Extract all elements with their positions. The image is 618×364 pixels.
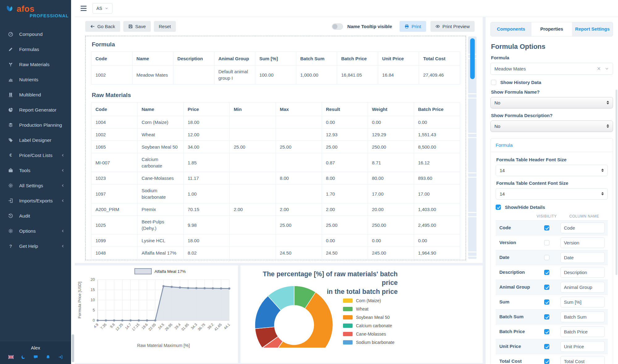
logout-icon[interactable] [58,355,63,359]
go-back-button[interactable]: Go Back [85,21,120,32]
print-area-scrollbar-thumb[interactable] [470,38,475,79]
field-label: Version [497,240,533,246]
svg-text:€: € [10,153,12,158]
tab-components[interactable]: Components [491,22,531,36]
sidebar-item-raw-materials[interactable]: Raw Materials [0,57,71,72]
sidebar-item-all-settings[interactable]: All Settings [0,178,71,193]
header-font-size-input[interactable]: 14 [496,165,608,176]
sidebar-item-imports-exports[interactable]: Imports/Exports [0,193,71,208]
sidebar-item-audit[interactable]: Audit [0,208,71,223]
show-formula-name-select[interactable]: No [490,97,613,108]
column-name-input[interactable] [561,252,605,263]
show-formula-description-select[interactable]: No [490,121,613,132]
sidebar-item-nutrients[interactable]: Nutrients [0,72,71,87]
clear-icon[interactable] [597,66,601,71]
cell: 25.00 [276,216,322,235]
sidebar-item-compound[interactable]: Compound [0,27,71,42]
chevron-down-icon[interactable] [605,66,609,71]
uk-flag-icon[interactable] [8,355,14,359]
sidebar-scrollbar-thumb[interactable] [72,334,74,362]
sidebar-item-production-planning[interactable]: Production Planning [0,117,71,133]
visibility-checkbox[interactable] [544,270,549,275]
table-row[interactable]: 1002Meadow MatesDefault animal group I10… [91,66,460,84]
table-row[interactable]: 1048Alfalfa Meal 17%8.0224.5024.50245.00… [91,247,460,259]
visibility-row-batch-price: Batch Price [496,324,608,339]
hamburger-menu-icon[interactable] [80,6,87,11]
visibility-checkbox[interactable] [544,299,549,305]
visibility-checkbox[interactable] [544,285,549,290]
sidebar-item-label-designer[interactable]: Label Designer [0,133,71,148]
svg-text:0: 0 [93,318,95,323]
sidebar-item-price-cost-lists[interactable]: €Price/Cost Lists [0,148,71,163]
table-row[interactable]: 1099Lysine HCL18.000.000.000.00 [91,235,460,247]
reset-button[interactable]: Reset [154,21,176,32]
workspace-dropdown[interactable]: AS [92,3,112,14]
cell: 1002 [91,129,138,141]
column-name-input[interactable] [561,237,605,248]
show-history-checkbox-row[interactable]: Show History Data [491,80,612,85]
cell: 1,000.00 [296,66,337,84]
sidebar-item-label: Raw Materials [19,62,49,67]
column-name-input[interactable] [561,341,605,352]
column-name-input[interactable] [561,356,605,364]
cell: A200_PRM [91,203,138,216]
cell [230,247,276,259]
column-name-input[interactable] [561,297,605,307]
moon-icon[interactable] [21,355,26,359]
column-name-input[interactable] [561,222,605,233]
sidebar-item-tools[interactable]: Tools [0,163,71,178]
stepper-arrows-icon[interactable] [601,169,604,172]
name-tooltip-toggle[interactable] [332,23,343,30]
show-hide-details-row[interactable]: Show/Hide Details [496,205,608,210]
print-area-scrollbar[interactable] [468,36,476,259]
stepper-arrows-icon[interactable] [601,192,604,195]
table-row[interactable]: 1025Beet-Pulps (Dehy.)9.9825.0025.00250.… [91,216,460,235]
save-button[interactable]: Save [123,21,151,32]
print-button[interactable]: Print [400,21,426,32]
window-scrollbar-thumb[interactable] [616,90,617,275]
table-row[interactable]: 1023Cane-Molasses11.178.008.0080.00893.6… [91,172,460,184]
table-row[interactable]: MI-007Calcium carbonate1.850.878.7116.12 [91,153,460,172]
cell: 25.00 [322,141,368,153]
column-name-input[interactable] [561,267,605,278]
tab-report-settings[interactable]: Report Settings [572,22,613,36]
show-hide-details-checkbox[interactable] [496,205,501,210]
tab-properties[interactable]: Properties [531,22,572,36]
table-row[interactable]: 1004Corn (Maize)18.000.000.000.00 [91,116,460,129]
visibility-checkbox[interactable] [544,225,549,231]
properties-panel: ComponentsPropertiesReport Settings Form… [485,17,618,364]
visibility-checkbox[interactable] [544,240,549,245]
bell-icon[interactable] [45,355,51,359]
sidebar-footer: Alex [0,341,71,364]
sidebar-scrollbar[interactable] [71,0,75,364]
workspace-label: AS [96,6,102,11]
visibility-checkbox[interactable] [544,314,549,320]
sidebar-item-multiblend[interactable]: Multiblend [0,87,71,102]
show-history-checkbox[interactable] [491,80,496,85]
print-preview-button[interactable]: Print Preview [430,21,475,32]
table-row[interactable]: 1097Sodium bicarbonate1.001.7017.0017.00 [91,184,460,203]
visibility-checkbox[interactable] [544,344,549,349]
euro-icon: € [8,153,14,158]
column-header: Animal Group [214,52,255,66]
visibility-checkbox[interactable] [544,359,549,364]
column-header: Batch Price [337,52,378,66]
legend-item-sodium-bicarbonate: Sodium bicarbonate [343,340,395,345]
chat-bubble-icon[interactable] [33,355,38,359]
content-font-size-input[interactable]: 14 [496,188,608,200]
column-name-input[interactable] [561,326,605,337]
sidebar-item-formulas[interactable]: Formulas [0,42,71,57]
column-name-input[interactable] [561,311,605,322]
table-row[interactable]: 1002Wheat12.0012.93129.291,551.43 [91,129,460,141]
sidebar-item-get-help[interactable]: ?Get Help [0,239,71,254]
table-row[interactable]: A200_PRMPremix70.152.002.002.0020.001,40… [91,203,460,216]
formula-settings-card-title[interactable]: Formula [491,138,613,152]
column-name-input[interactable] [561,282,605,293]
sidebar-item-report-generator[interactable]: Report Generator [0,102,71,117]
formula-select[interactable]: Meadow Mates [490,63,613,75]
visibility-row-animal-group: Animal Group [496,280,608,294]
visibility-checkbox[interactable] [544,255,549,260]
table-row[interactable]: 1065Soybean Meal 5034.0025.0025.0025.002… [91,141,460,153]
visibility-checkbox[interactable] [544,329,549,334]
sidebar-item-options[interactable]: Options [0,223,71,239]
